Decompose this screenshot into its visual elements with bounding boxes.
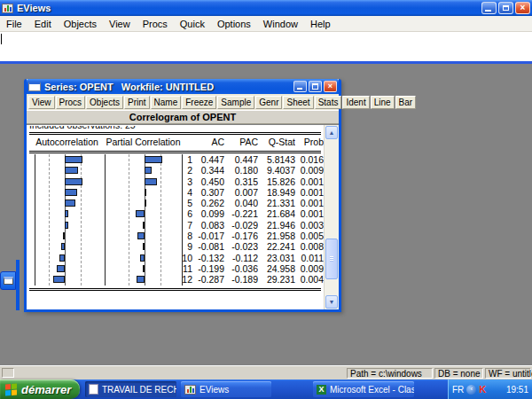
lag-value: 3 (182, 176, 192, 187)
toolbar-button-objects[interactable]: Objects (86, 96, 123, 109)
header-prob: Prob (295, 136, 324, 149)
row-values: 60.099-0.22121.6840.001 (182, 208, 324, 219)
menu-item-options[interactable]: Options (211, 17, 257, 31)
pac-bar (145, 200, 146, 207)
clipped-observations-line: Included observations: 25 (29, 126, 321, 131)
pac-value: 0.040 (224, 198, 258, 208)
row-values: 11-0.199-0.03624.9580.009 (182, 263, 324, 274)
ac-value: -0.081 (192, 241, 224, 252)
pac-value: -0.176 (224, 231, 258, 241)
scrollbar-thumb[interactable] (325, 239, 338, 279)
ac-bar (63, 232, 65, 239)
ac-bar (65, 156, 82, 163)
prob-value: 0.001 (295, 187, 324, 198)
toolbar-button-sample[interactable]: Sample (217, 96, 254, 109)
minimized-window-button[interactable] (0, 271, 16, 290)
pac-bar (143, 265, 145, 272)
minimize-button[interactable] (481, 2, 497, 14)
lag-value: 4 (182, 187, 192, 198)
toolbar-button-procs[interactable]: Procs (56, 96, 86, 109)
menu-item-objects[interactable]: Objects (58, 17, 103, 31)
lag-value: 8 (182, 231, 192, 241)
menu-item-window[interactable]: Window (257, 17, 304, 31)
pac-bar (140, 254, 145, 262)
series-title-bar: Series: OPENT Workfile: UNTITLED × (27, 79, 339, 94)
ac-bar (65, 222, 68, 229)
menu-item-procs[interactable]: Procs (137, 17, 174, 31)
command-window[interactable] (0, 32, 532, 64)
status-path[interactable]: Path = c:\windows (347, 368, 433, 379)
main-title-bar: EViews × (0, 0, 532, 16)
pac-value: -0.189 (224, 274, 258, 285)
start-button[interactable]: démarrer (0, 379, 80, 399)
ac-bar (65, 189, 77, 196)
taskbar-item-excel[interactable]: X Microsoft Excel - Clas... (313, 381, 414, 397)
pac-bar (145, 167, 152, 174)
menu-item-quick[interactable]: Quick (174, 17, 211, 31)
status-db[interactable]: DB = none (434, 368, 483, 379)
toolbar-button-name[interactable]: Name (151, 96, 182, 109)
row-values: 10-0.132-0.11223.0310.011 (182, 253, 324, 263)
pac-value: 0.447 (224, 154, 258, 165)
close-button[interactable]: × (515, 2, 530, 14)
row-values: 70.083-0.02921.9460.003 (182, 220, 324, 231)
system-tray: FR ‹ K 19:51 (448, 379, 532, 399)
taskbar-item-word-document[interactable]: TRAVAIL DE RECHER... (85, 381, 176, 397)
vertical-scrollbar[interactable]: ▲ ▼ (324, 125, 339, 309)
ac-bar (65, 167, 78, 174)
lag-value: 9 (182, 241, 192, 252)
qstat-value: 22.241 (258, 241, 295, 252)
menu-item-help[interactable]: Help (304, 17, 337, 31)
pac-value: -0.221 (224, 208, 258, 219)
menu-item-file[interactable]: File (0, 17, 28, 31)
toolbar-button-line[interactable]: Line (371, 96, 395, 109)
pac-bar (137, 232, 145, 239)
taskbar-item-eviews[interactable]: EViews (181, 381, 271, 397)
ac-value: 0.099 (192, 208, 224, 219)
qstat-value: 5.8143 (258, 154, 295, 165)
series-window-title: Series: OPENT Workfile: UNTITLED (44, 82, 214, 92)
pac-value: 0.180 (224, 165, 258, 176)
status-wf[interactable]: WF = untitled (485, 368, 531, 379)
pac-bar (145, 189, 146, 196)
pac-value: -0.029 (224, 220, 258, 231)
toolbar-button-view[interactable]: View (28, 96, 55, 109)
toolbar-button-bar[interactable]: Bar (395, 96, 417, 109)
series-close-button[interactable]: × (324, 81, 337, 92)
pac-bar (136, 210, 145, 217)
toolbar-button-genr[interactable]: Genr (255, 96, 282, 109)
ac-value: 0.262 (192, 198, 224, 208)
language-indicator[interactable]: FR (452, 385, 464, 395)
toolbar-button-stats[interactable]: Stats (315, 96, 342, 109)
toolbar-button-sheet[interactable]: Sheet (283, 96, 313, 109)
row-values: 50.2620.04021.3310.001 (182, 198, 324, 208)
correlogram-row: 60.099-0.22121.6840.001 (29, 208, 321, 219)
prob-value: 0.009 (295, 263, 324, 274)
toolbar-button-freeze[interactable]: Freeze (182, 96, 216, 109)
qstat-value: 21.331 (258, 198, 295, 208)
scroll-down-arrow[interactable]: ▼ (325, 295, 338, 309)
header-ac: AC (192, 136, 224, 149)
series-maximize-button[interactable] (309, 81, 322, 92)
correlogram-row: 40.3070.00718.9490.001 (29, 187, 321, 198)
restore-button[interactable] (498, 2, 513, 14)
correlogram-row: 30.4500.31515.8260.001 (29, 176, 321, 187)
toolbar-button-print[interactable]: Print (124, 96, 150, 109)
header-qstat: Q-Stat (258, 136, 295, 149)
clock: 19:51 (506, 385, 528, 395)
antivirus-tray-icon[interactable]: K (479, 384, 486, 395)
series-minimize-button[interactable] (293, 81, 307, 92)
toolbar-button-ident[interactable]: Ident (342, 96, 369, 109)
hide-icons-chevron[interactable]: ‹ (466, 385, 476, 395)
row-values: 40.3070.00718.9490.001 (182, 187, 324, 198)
pac-bar (145, 156, 162, 163)
header-autocorrelation: Autocorrelation (29, 136, 105, 149)
scroll-up-arrow[interactable]: ▲ (325, 126, 338, 139)
mdi-area: Series: OPENT Workfile: UNTITLED × View … (0, 66, 532, 365)
prob-value: 0.016 (295, 154, 324, 165)
menu-item-edit[interactable]: Edit (28, 17, 58, 31)
pac-bar (143, 222, 145, 229)
ac-bar (59, 254, 65, 262)
correlogram-row: 9-0.081-0.02322.2410.008 (29, 241, 321, 252)
menu-item-view[interactable]: View (103, 17, 137, 31)
